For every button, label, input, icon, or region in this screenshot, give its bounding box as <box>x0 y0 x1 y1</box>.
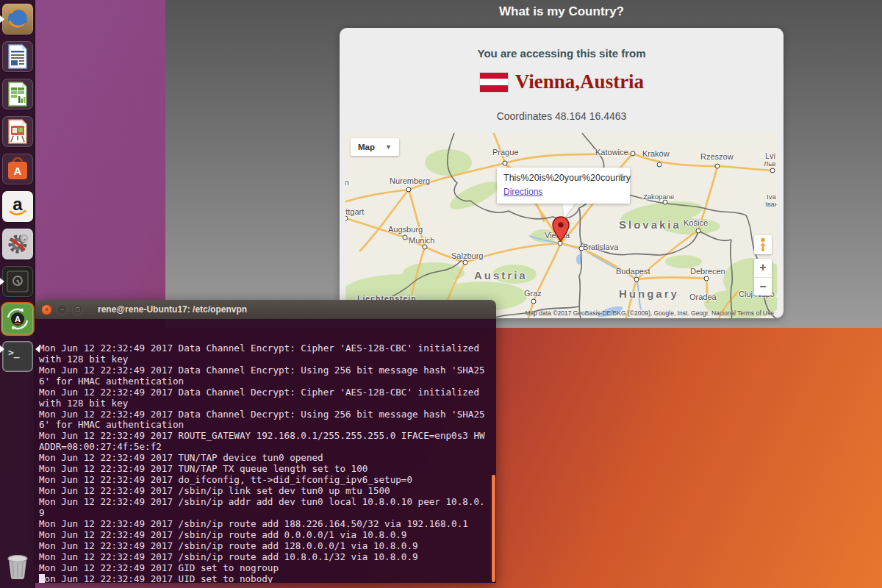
terminal-titlebar[interactable]: × − □ rene@rene-Ubuntu17: /etc/openvpn <box>35 300 496 319</box>
launcher-item-firefox[interactable] <box>2 4 33 35</box>
terminal-line: 6' for HMAC authentication <box>39 376 496 387</box>
info-window-tail <box>562 203 576 218</box>
city-dot <box>403 235 408 240</box>
launcher-item-amazon[interactable]: a <box>2 191 33 222</box>
map-label: Zakopane <box>643 193 674 201</box>
terminal-line: Mon Jun 12 22:32:49 2017 /sbin/ip route … <box>39 519 496 530</box>
geolocation-card: You are accessing this site from Vienna,… <box>340 28 784 318</box>
terminal-scrollbar[interactable] <box>492 475 495 582</box>
terminal-window: × − □ rene@rene-Ubuntu17: /etc/openvpn M… <box>35 300 496 583</box>
maximize-button[interactable]: □ <box>72 304 83 315</box>
launcher-item-libreoffice-writer[interactable] <box>2 41 33 72</box>
libreoffice-impress-icon <box>2 116 33 147</box>
map-label: Austria <box>474 269 528 282</box>
card-subtitle: You are accessing this site from <box>340 47 784 60</box>
map-label: Budapest <box>616 267 650 276</box>
running-indicator-safe <box>0 278 4 285</box>
city-dot <box>704 276 709 282</box>
close-button[interactable]: × <box>41 304 52 315</box>
terminal-line: Mon Jun 12 22:32:49 2017 Data Channel De… <box>39 387 496 398</box>
launcher-item-libreoffice-calc[interactable] <box>2 79 33 110</box>
terminal-title: rene@rene-Ubuntu17: /etc/openvpn <box>98 304 247 315</box>
launcher-item-trash[interactable] <box>2 551 33 581</box>
map-label: Hungary <box>619 287 679 300</box>
svg-text:A: A <box>15 315 21 323</box>
focused-indicator-terminal <box>35 345 40 353</box>
launcher-item-libreoffice-impress[interactable] <box>2 116 33 147</box>
terminal-output[interactable]: Mon Jun 12 22:32:49 2017 Data Channel En… <box>35 319 496 583</box>
launcher-item-terminal[interactable]: >_ <box>2 341 33 372</box>
info-window-title: This%20is%20your%20country <box>503 173 623 183</box>
directions-link[interactable]: Directions <box>503 187 542 197</box>
map-label: Льв <box>764 159 775 168</box>
map-label: Graz <box>524 289 542 298</box>
terminal-line: Mon Jun 12 22:32:49 2017 GID set to nogr… <box>39 563 496 574</box>
pegman-icon <box>759 237 767 252</box>
launcher-item-software-updater[interactable]: A <box>2 304 33 334</box>
terminal-icon: >_ <box>2 341 33 372</box>
terms-link[interactable]: Terms of Use <box>737 309 774 317</box>
minimize-button[interactable]: − <box>57 304 68 315</box>
austria-flag-icon <box>479 72 509 93</box>
city-dot <box>634 277 639 282</box>
svg-text:a: a <box>12 194 23 214</box>
city-dot <box>503 161 508 166</box>
terminal-line: 6' for HMAC authentication <box>39 420 496 431</box>
launcher-item-safe[interactable] <box>2 266 33 297</box>
libreoffice-writer-icon <box>2 41 33 72</box>
map-attribution: Map data ©2017 GeoBasis-DE/BKG (©2009), … <box>525 309 736 317</box>
terminal-line: Mon Jun 12 22:32:49 2017 /sbin/ip route … <box>39 552 496 563</box>
city-dot <box>631 151 636 157</box>
city-dot <box>531 299 537 304</box>
terminal-line: Mon Jun 12 22:32:49 2017 Data Channel De… <box>39 409 496 420</box>
zoom-out-button[interactable]: − <box>754 278 772 296</box>
map-label: tuttgart <box>345 207 364 216</box>
terminal-line: Mon Jun 12 22:32:49 2017 TUN/TAP device … <box>39 453 496 464</box>
map-label: Katowice <box>595 148 628 157</box>
map-label: Rzeszow <box>700 152 734 161</box>
terminal-line: Mon Jun 12 22:32:49 2017 /sbin/ip addr a… <box>39 497 496 508</box>
terminal-line: Mon Jun 12 22:32:49 2017 ROUTE_GATEWAY 1… <box>39 431 496 442</box>
map-label: Kraków <box>642 149 670 158</box>
unity-launcher: A a <box>0 0 35 588</box>
location-text: Vienna,Austria <box>515 71 644 93</box>
city-dot <box>463 260 468 265</box>
location-row: Vienna,Austria <box>340 71 784 93</box>
terminal-line: Mon Jun 12 22:32:49 2017 /sbin/ip route … <box>39 530 496 541</box>
launcher-item-ubuntu-software[interactable]: A <box>2 154 33 184</box>
city-dot <box>715 164 720 169</box>
svg-text:>_: >_ <box>8 347 20 359</box>
launcher-item-system-settings[interactable] <box>2 229 33 259</box>
map-label: Munich <box>409 236 434 245</box>
google-map[interactable]: eimetuttgartNurembergAugsburgMunichSalzb… <box>345 133 777 318</box>
running-indicator-firefox <box>0 15 4 23</box>
map-label: Augsburg <box>388 225 423 234</box>
city-dot <box>770 168 775 173</box>
map-type-label: Map <box>358 143 375 151</box>
svg-text:A: A <box>14 165 22 177</box>
marker-pin-icon[interactable] <box>551 215 571 243</box>
terminal-line: Mon Jun 12 22:32:49 2017 /sbin/ip link s… <box>39 486 496 497</box>
coordinates-text: Coordinates 48.164 16.4463 <box>340 110 784 122</box>
map-label: Nuremberg <box>390 176 430 185</box>
terminal-line: with 128 bit key <box>39 398 496 409</box>
software-updater-icon: A <box>2 304 33 334</box>
zoom-in-button[interactable]: + <box>754 259 772 277</box>
browser-window: What is my Country? You are accessing th… <box>165 0 882 328</box>
safe-icon <box>2 266 33 297</box>
close-icon[interactable]: × <box>618 171 624 180</box>
terminal-line: Mon Jun 12 22:32:49 2017 UID set to nobo… <box>39 574 496 583</box>
map-type-control[interactable]: Map ▼ <box>351 138 399 156</box>
city-dot <box>696 229 701 234</box>
map-label: Debrecen <box>690 267 725 276</box>
map-label: Slovakia <box>619 218 681 231</box>
city-dot <box>657 162 662 168</box>
map-label: Bratislava <box>583 243 618 251</box>
desktop: What is my Country? You are accessing th… <box>0 0 882 588</box>
trash-icon <box>2 551 33 581</box>
libreoffice-calc-icon <box>2 79 33 110</box>
page-title: What is my Country? <box>340 4 784 19</box>
running-indicator-terminal <box>0 345 4 353</box>
pegman-control[interactable] <box>754 235 772 254</box>
terminal-line: ADDR=08:00:27:4f:5e:f2 <box>39 442 496 453</box>
